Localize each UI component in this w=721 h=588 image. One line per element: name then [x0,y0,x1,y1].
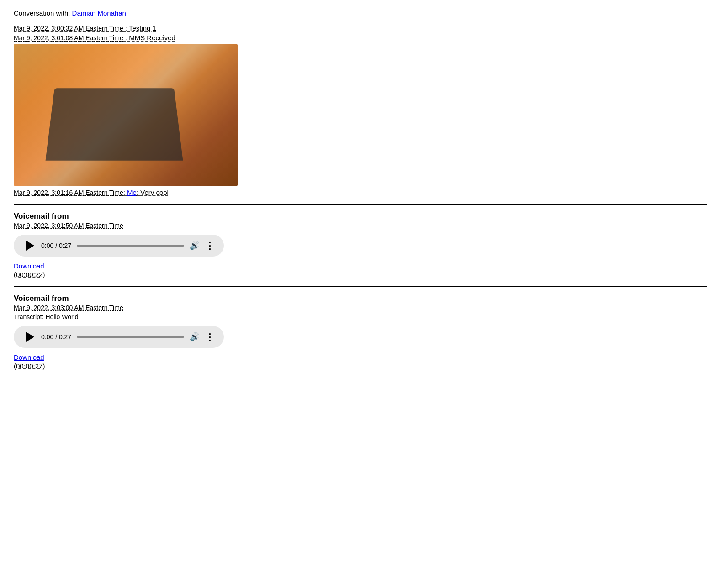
voicemail-title-2: Voicemail from [14,294,707,303]
duration-1: 0:27 [59,242,71,249]
download-link-1[interactable]: Download [14,262,707,270]
contact-name-link[interactable]: Damian Monahan [72,9,126,17]
section-divider-2 [14,286,707,287]
progress-track-1[interactable] [77,245,184,247]
conversation-header: Conversation with: Damian Monahan [14,9,707,17]
duration-display-2: (00:00:27) [14,362,45,370]
message-row-3: Mar 9, 2022, 3:01:16 AM Eastern Time: Me… [14,189,707,196]
message-text-2: : MMS Received [123,34,175,42]
duration-display-1: (00:00:22) [14,271,45,278]
message-text-3: Very cool [140,189,169,196]
play-icon-1 [26,241,34,251]
section-divider-1 [14,204,707,205]
conversation-label: Conversation with: [14,9,72,17]
message-text-1: : Testing 1 [123,24,156,32]
time-display-2: 0:00 / 0:27 [41,333,71,341]
message-timestamp-2: Mar 9, 2022, 3:01:08 AM Eastern Time [14,34,123,42]
message-row-2: Mar 9, 2022, 3:01:08 AM Eastern Time : M… [14,34,707,42]
message-timestamp-1: Mar 9, 2022, 3:00:32 AM Eastern Time [14,25,123,32]
voicemail-title-1: Voicemail from [14,212,707,221]
mms-image [14,44,238,186]
voicemail-transcript-2: Transcript: Hello World [14,313,707,320]
message-sender-me[interactable]: Me [127,189,137,196]
current-time-2: 0:00 [41,333,53,341]
message-list: Mar 9, 2022, 3:00:32 AM Eastern Time : T… [14,24,707,196]
play-icon-2 [26,332,34,342]
audio-player-2: 0:00 / 0:27 🔊 ⋮ [14,326,224,348]
voicemail-section-2: Voicemail from Mar 9, 2022, 3:03:00 AM E… [14,294,707,370]
play-button-1[interactable] [23,239,36,252]
download-link-2[interactable]: Download [14,353,707,361]
voicemail-time-2: Mar 9, 2022, 3:03:00 AM Eastern Time [14,304,707,311]
voicemail-section-1: Voicemail from Mar 9, 2022, 3:01:50 AM E… [14,212,707,278]
message-timestamp-3: Mar 9, 2022, 3:01:16 AM Eastern Time [14,189,123,196]
more-icon-1[interactable]: ⋮ [205,240,215,251]
time-display-1: 0:00 / 0:27 [41,242,71,249]
volume-icon-2[interactable]: 🔊 [190,332,200,342]
audio-player-1: 0:00 / 0:27 🔊 ⋮ [14,235,224,257]
play-button-2[interactable] [23,331,36,343]
volume-icon-1[interactable]: 🔊 [190,241,200,251]
current-time-1: 0:00 [41,242,53,249]
progress-track-2[interactable] [77,336,184,338]
more-icon-2[interactable]: ⋮ [205,331,215,342]
duration-2: 0:27 [59,333,71,341]
message-row-1: Mar 9, 2022, 3:00:32 AM Eastern Time : T… [14,24,707,32]
voicemail-time-1: Mar 9, 2022, 3:01:50 AM Eastern Time [14,222,707,229]
